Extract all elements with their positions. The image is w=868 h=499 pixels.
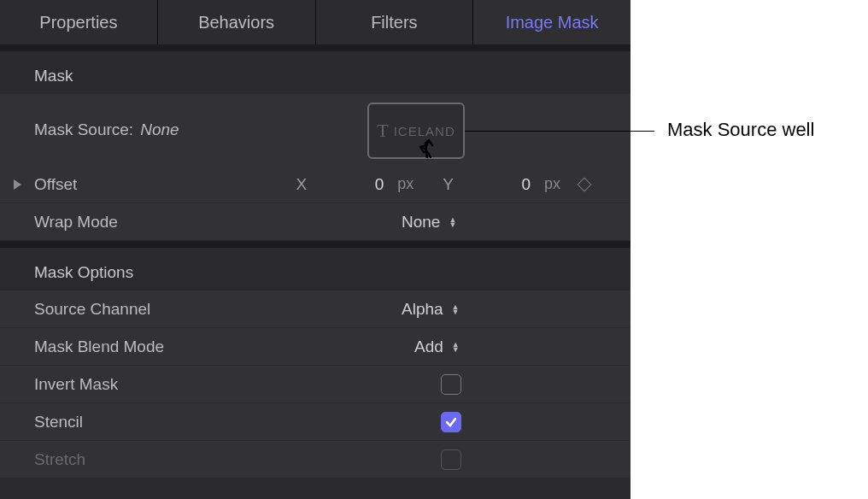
callout-label: Mask Source well (667, 119, 814, 141)
invert-mask-checkbox[interactable] (441, 374, 461, 395)
offset-y-label: Y (443, 175, 454, 194)
text-type-icon: T (377, 120, 388, 142)
stretch-label: Stretch (34, 450, 85, 469)
tab-behaviors[interactable]: Behaviors (158, 0, 316, 44)
wrap-mode-label: Wrap Mode (34, 213, 118, 232)
callout-leader-line (465, 131, 654, 132)
tab-bar: Properties Behaviors Filters Image Mask (0, 0, 630, 44)
offset-y-unit: px (544, 175, 560, 193)
invert-mask-row: Invert Mask (0, 366, 630, 403)
stencil-label: Stencil (34, 413, 83, 431)
stencil-checkbox[interactable] (441, 412, 461, 432)
tab-properties[interactable]: Properties (0, 0, 158, 44)
wrap-mode-select[interactable]: None ▲▼ (402, 213, 456, 232)
stepper-arrows-icon: ▲▼ (449, 215, 456, 229)
stencil-row: Stencil (0, 403, 630, 441)
section-mask-header: Mask (0, 51, 630, 94)
inspector-panel: Properties Behaviors Filters Image Mask … (0, 0, 630, 499)
mask-source-label: Mask Source: (34, 120, 133, 139)
mask-blend-row: Mask Blend Mode Add ▲▼ (0, 328, 630, 366)
source-channel-label: Source Channel (34, 300, 150, 319)
stepper-arrows-icon: ▲▼ (452, 340, 460, 354)
mask-blend-value: Add (414, 338, 443, 356)
well-layer-name: ICELAND (394, 124, 455, 138)
disclosure-triangle-icon[interactable] (14, 179, 21, 190)
source-channel-select[interactable]: Alpha ▲▼ (402, 300, 460, 319)
mask-source-row: Mask Source: None T ICELAND (0, 94, 630, 166)
wrap-mode-value: None (402, 213, 440, 232)
stepper-arrows-icon: ▲▼ (452, 302, 460, 316)
offset-x-label: X (296, 175, 308, 194)
divider (0, 241, 630, 248)
offset-label: Offset (34, 175, 77, 194)
keyframe-diamond-icon[interactable] (578, 177, 592, 191)
invert-mask-label: Invert Mask (34, 375, 118, 394)
offset-row: Offset X 0 px Y 0 px (0, 166, 630, 203)
tab-image-mask[interactable]: Image Mask (473, 0, 630, 44)
mask-source-value: None (140, 120, 179, 139)
offset-y-value[interactable]: 0 (471, 175, 531, 194)
mask-blend-select[interactable]: Add ▲▼ (414, 338, 460, 356)
offset-x-value[interactable]: 0 (324, 175, 384, 194)
divider (0, 44, 630, 51)
tab-filters[interactable]: Filters (316, 0, 474, 44)
stretch-checkbox (441, 449, 461, 470)
stretch-row: Stretch (0, 441, 630, 478)
drag-cursor-icon (419, 135, 443, 159)
wrap-mode-row: Wrap Mode None ▲▼ (0, 203, 630, 241)
mask-source-well[interactable]: T ICELAND (367, 103, 465, 159)
section-mask-options-header: Mask Options (0, 248, 630, 291)
source-channel-row: Source Channel Alpha ▲▼ (0, 291, 630, 328)
source-channel-value: Alpha (402, 300, 443, 319)
offset-x-unit: px (397, 175, 413, 193)
mask-blend-label: Mask Blend Mode (34, 338, 164, 356)
